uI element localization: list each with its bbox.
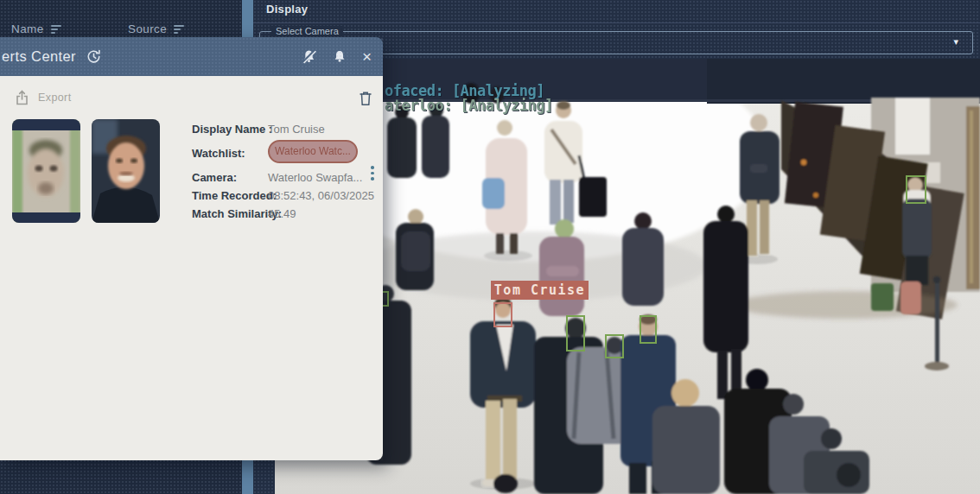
history-icon[interactable]	[86, 48, 102, 65]
bell-icon[interactable]	[332, 48, 347, 65]
field-label: Time Recorded:	[192, 189, 266, 202]
column-header-source[interactable]: Source	[128, 22, 184, 35]
reference-face-image[interactable]	[92, 119, 160, 223]
alert-detail-card: Export	[0, 76, 383, 460]
face-detection-box	[640, 315, 657, 344]
field-label: Match Similarity:	[192, 207, 266, 220]
kebab-menu-icon[interactable]	[371, 166, 374, 180]
field-value: 08:52:43, 06/03/2025	[268, 189, 374, 202]
watchlist-badge[interactable]: Waterloo Watc...	[268, 140, 358, 163]
upload-icon	[16, 90, 29, 105]
export-label: Export	[38, 92, 72, 104]
face-detection-box	[906, 175, 926, 204]
close-icon[interactable]: ×	[362, 48, 372, 65]
captured-face-image[interactable]	[12, 119, 80, 223]
sort-filter-icon[interactable]	[51, 25, 61, 34]
field-label: Camera:	[192, 171, 266, 184]
display-panel-title: Display	[266, 3, 308, 16]
alerts-center-header[interactable]: erts Center	[0, 37, 383, 76]
divider	[253, 22, 980, 23]
app-root: Name Source Display Select Camera ▾	[0, 0, 980, 494]
column-header-name-label: Name	[11, 22, 44, 35]
field-label: Display Name :	[192, 123, 266, 136]
field-label: Watchlist:	[192, 147, 266, 160]
field-value: Tom Cruise	[268, 123, 325, 136]
match-face-box	[493, 302, 512, 327]
trash-icon[interactable]	[360, 91, 372, 110]
column-header-source-label: Source	[128, 22, 167, 35]
camera-select-label: Select Camera	[271, 26, 343, 36]
osd-analyzing-line-2: aterloo: [Analyzing]	[385, 97, 553, 114]
export-button[interactable]: Export	[16, 90, 72, 105]
alerts-center-title: erts Center	[2, 48, 76, 65]
match-name-banner: Tom Cruise	[491, 281, 589, 300]
face-detection-box	[605, 334, 624, 358]
chevron-down-icon[interactable]: ▾	[953, 36, 958, 48]
sort-filter-icon[interactable]	[174, 25, 184, 34]
notifications-muted-icon[interactable]	[301, 48, 317, 65]
field-value: Waterloo Swapfa...	[268, 171, 362, 184]
field-value: 45.49	[268, 207, 296, 220]
column-header-name[interactable]: Name	[11, 22, 61, 35]
face-detection-box	[566, 315, 585, 352]
alerts-center-window: erts Center	[0, 37, 383, 460]
